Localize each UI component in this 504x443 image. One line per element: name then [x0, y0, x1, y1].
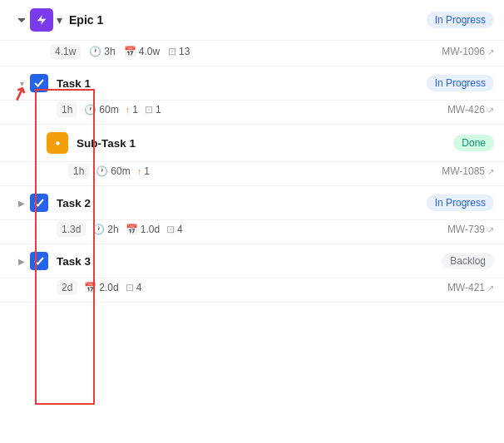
task-1-status-badge: In Progress	[427, 75, 494, 91]
task-2-subtask-icon: ⊡	[166, 224, 175, 235]
subtask-1-id-link[interactable]: MW-1085 ↗	[442, 165, 494, 177]
task-1-subtask-icon: ⊡	[145, 104, 153, 116]
subtask-1-clock-icon: 🕐	[96, 165, 108, 177]
task-1-id-link[interactable]: MW-426 ↗	[447, 104, 494, 116]
task-2-expand[interactable]: ▶	[13, 194, 30, 211]
task-2-checkbox[interactable]	[30, 194, 48, 212]
task-1-priority-chip: ↑ 1	[126, 104, 138, 116]
task-1-priority-icon: ↑	[126, 105, 131, 115]
svg-point-0	[56, 141, 59, 145]
task-2-ext-icon: ↗	[487, 225, 494, 234]
epic-calendar-chip: 📅 4.0w	[124, 46, 160, 57]
task-3-calendar-chip: 📅 2.0d	[84, 282, 118, 293]
epic-subtasks-chip: ⊡ 13	[168, 46, 190, 57]
task-3-ext-icon: ↗	[487, 283, 494, 293]
external-link-icon: ↗	[487, 47, 494, 57]
chevron-down-icon: ▾	[57, 13, 62, 27]
task-2-calendar-chip: 📅 1.0d	[126, 224, 160, 235]
task-1-ext-icon: ↗	[487, 106, 494, 115]
subtask-1-ext-icon: ↗	[487, 167, 494, 176]
task-3-id-link[interactable]: MW-421 ↗	[447, 282, 494, 293]
task-1-meta-row: 1h 🕐 60m ↑ 1 ⊡ 1 MW-426 ↗	[0, 101, 504, 125]
task-3-subtask-icon: ⊡	[126, 282, 134, 293]
task-3-estimate: 2d	[57, 280, 77, 295]
task-1-checkbox[interactable]	[30, 74, 48, 92]
task-1-title: Task 1	[57, 77, 427, 90]
epic-icon	[30, 8, 53, 32]
subtask-1-row: Sub-Task 1 Done	[0, 125, 504, 162]
task-3-title: Task 3	[57, 255, 442, 268]
task-1-row: ▾ Task 1 In Progress	[0, 66, 504, 101]
clock-icon: 🕐	[89, 46, 101, 57]
task-3-checkbox[interactable]	[30, 252, 48, 270]
task-3-meta-row: 2d 📅 2.0d ⊡ 4 MW-421 ↗	[0, 278, 504, 303]
task-2-id-link[interactable]: MW-739 ↗	[447, 224, 494, 235]
task-2-time-chip: 🕐 2h	[92, 224, 118, 235]
subtask-1-status-badge: Done	[453, 135, 494, 151]
task-2-calendar-icon: 📅	[126, 224, 138, 235]
task-3-row: ▶ Task 3 Backlog	[0, 244, 504, 278]
subtask-1-priority-icon: ↑	[137, 166, 142, 176]
epic-estimate: 4.1w	[50, 44, 81, 59]
epic-status-badge: In Progress	[427, 12, 494, 28]
task-1-time-chip: 🕐 60m	[84, 104, 118, 116]
task-3-expand[interactable]: ▶	[13, 253, 30, 269]
subtask-1-meta-row: 1h 🕐 60m ↑ 1 MW-1085 ↗	[0, 162, 504, 186]
task-2-clock-icon: 🕐	[92, 224, 105, 235]
epic-id-link[interactable]: MW-1096 ↗	[442, 46, 494, 57]
task-2-title: Task 2	[57, 197, 427, 209]
task-3-status-badge: Backlog	[442, 253, 494, 269]
epic-row: ▾ Epic 1 In Progress	[0, 0, 504, 41]
epic-meta-row: 4.1w 🕐 3h 📅 4.0w ⊡ 13 MW-1096 ↗	[0, 41, 504, 66]
main-container: ↗ ▾ Epic 1 In Progress 4.1w 🕐 3h 📅 4.0w …	[0, 0, 504, 443]
subtask-1-estimate: 1h	[68, 164, 89, 179]
task-1-estimate: 1h	[57, 102, 77, 117]
epic-expand-button[interactable]	[13, 12, 30, 28]
calendar-icon: 📅	[124, 46, 136, 57]
subtask-1-title: Sub-Task 1	[77, 137, 453, 150]
task-2-status-badge: In Progress	[427, 194, 494, 211]
task-2-subtasks-chip: ⊡ 4	[166, 224, 183, 235]
task-1-subtasks-chip: ⊡ 1	[145, 104, 161, 116]
task-1-clock-icon: 🕐	[84, 104, 96, 116]
subtask-1-icon	[47, 132, 68, 154]
task-2-estimate: 1.3d	[57, 222, 86, 237]
subtask-1-priority-chip: ↑ 1	[137, 165, 150, 177]
epic-time-chip: 🕐 3h	[89, 46, 115, 57]
subtask-count-icon: ⊡	[168, 46, 176, 57]
epic-title: Epic 1	[69, 13, 427, 27]
task-2-meta-row: 1.3d 🕐 2h 📅 1.0d ⊡ 4 MW-739 ↗	[0, 220, 504, 244]
task-3-calendar-icon: 📅	[84, 282, 96, 293]
subtask-1-time-chip: 🕐 60m	[96, 165, 130, 177]
task-2-row: ▶ Task 2 In Progress	[0, 186, 504, 220]
task-3-subtasks-chip: ⊡ 4	[126, 282, 142, 293]
